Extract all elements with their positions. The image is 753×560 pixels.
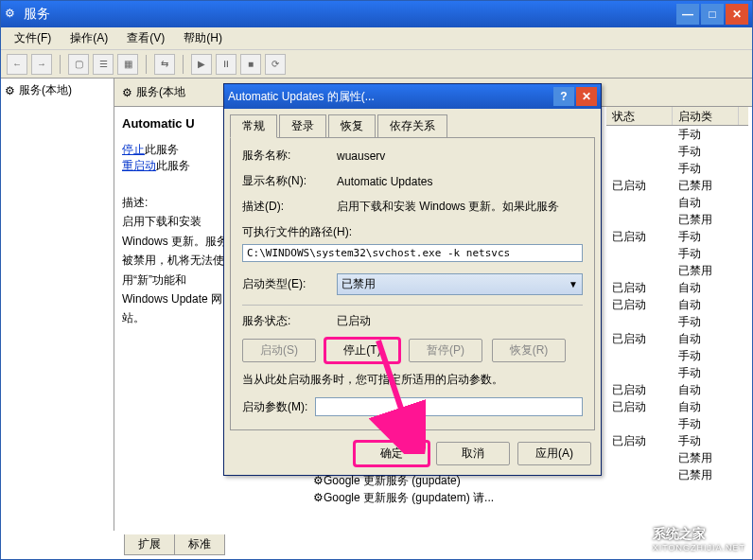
- toolbar-refresh[interactable]: ▦: [117, 54, 138, 75]
- service-control-buttons: 启动(S) 停止(T) 暂停(P) 恢复(R): [242, 339, 583, 362]
- watermark: 系统之家 XITONGZHIJIA.NET: [617, 526, 745, 552]
- menubar: 文件(F) 操作(A) 查看(V) 帮助(H): [1, 27, 752, 50]
- list-row[interactable]: 手动: [606, 415, 748, 432]
- list-row[interactable]: 已禁用: [606, 449, 748, 466]
- col-status[interactable]: 状态: [606, 107, 673, 125]
- bottom-tabs: 扩展 标准: [124, 534, 224, 555]
- list-row[interactable]: 已启动自动: [606, 279, 748, 296]
- house-icon: [617, 526, 647, 552]
- gear-icon: ⚙: [5, 84, 15, 97]
- minimize-button[interactable]: —: [676, 4, 699, 25]
- hint-text: 当从此处启动服务时，您可指定所适用的启动参数。: [242, 372, 583, 388]
- list-row[interactable]: 已启动手动: [606, 432, 748, 449]
- toolbar-forward[interactable]: →: [31, 54, 52, 75]
- pause-button[interactable]: 暂停(P): [409, 339, 482, 362]
- tree-root[interactable]: ⚙ 服务(本地): [5, 82, 110, 98]
- toolbar-play[interactable]: ▶: [191, 54, 212, 75]
- tab-recovery[interactable]: 恢复: [328, 114, 376, 137]
- separator: [60, 55, 61, 74]
- dialog-titlebar[interactable]: Automatic Updates 的属性(... ? ✕: [224, 84, 601, 109]
- toolbar-export[interactable]: ⇆: [154, 54, 175, 75]
- stop-button[interactable]: 停止(T): [325, 339, 399, 362]
- list-row[interactable]: 手动: [606, 313, 748, 330]
- stop-link[interactable]: 停止: [122, 143, 145, 156]
- service-name-heading: Automatic U: [122, 116, 230, 131]
- col-startup[interactable]: 启动类: [673, 107, 739, 125]
- watermark-cn: 系统之家: [653, 526, 745, 543]
- list-row[interactable]: ⚙Google 更新服务 (gupdatem) 请...: [313, 489, 494, 506]
- value-service-status: 已启动: [337, 313, 583, 329]
- toolbar: ← → ▢ ☰ ▦ ⇆ ▶ ⏸ ■ ⟳: [1, 50, 752, 79]
- tab-standard[interactable]: 标准: [174, 534, 225, 555]
- list-row[interactable]: 已启动已禁用: [606, 177, 748, 194]
- startup-type-select[interactable]: 已禁用 ▼: [337, 273, 583, 295]
- tab-dependencies[interactable]: 依存关系: [377, 114, 447, 137]
- list-row[interactable]: 已禁用: [606, 211, 748, 228]
- dialog-close-button[interactable]: ✕: [576, 87, 597, 106]
- ok-button[interactable]: 确定: [355, 442, 429, 465]
- restart-link[interactable]: 重启动: [122, 159, 156, 172]
- dialog-title: Automatic Updates 的属性(...: [228, 89, 553, 105]
- label-service-status: 服务状态:: [242, 313, 337, 329]
- toolbar-restart[interactable]: ⟳: [265, 54, 286, 75]
- tab-extended[interactable]: 扩展: [124, 534, 175, 555]
- tree-pane: ⚙ 服务(本地): [1, 79, 114, 531]
- tab-general[interactable]: 常规: [230, 114, 277, 138]
- properties-dialog: Automatic Updates 的属性(... ? ✕ 常规 登录 恢复 依…: [223, 83, 602, 476]
- list-row[interactable]: 已启动手动: [606, 228, 748, 245]
- chevron-down-icon: ▼: [569, 279, 578, 289]
- stop-service-line: 停止此服务: [122, 142, 230, 158]
- value-service-name: wuauserv: [337, 149, 583, 163]
- maximize-button[interactable]: □: [701, 4, 724, 25]
- toolbar-pause[interactable]: ⏸: [216, 54, 236, 75]
- list-row[interactable]: 自动: [606, 194, 748, 211]
- separator: [183, 55, 184, 74]
- list-row[interactable]: 手动: [606, 245, 748, 262]
- list-row[interactable]: 已启动自动: [606, 330, 748, 347]
- label-start-params: 启动参数(M):: [242, 399, 307, 415]
- exe-path-box[interactable]: C:\WINDOWS\system32\svchost.exe -k netsv…: [242, 244, 583, 262]
- start-button[interactable]: 启动(S): [242, 339, 316, 362]
- list-row[interactable]: 已启动自动: [606, 398, 748, 415]
- menu-help[interactable]: 帮助(H): [174, 28, 232, 48]
- label-exe-path: 可执行文件的路径(H):: [242, 224, 583, 240]
- value-description: 启用下载和安装 Windows 更新。如果此服务: [337, 199, 583, 215]
- close-button[interactable]: ✕: [726, 4, 748, 25]
- toolbar-up[interactable]: ▢: [68, 54, 89, 75]
- dialog-tabs: 常规 登录 恢复 依存关系: [230, 114, 595, 137]
- menu-file[interactable]: 文件(F): [5, 28, 61, 48]
- toolbar-stop[interactable]: ■: [240, 54, 261, 75]
- startup-type-value: 已禁用: [341, 276, 376, 292]
- label-display-name: 显示名称(N):: [242, 173, 337, 189]
- menu-action[interactable]: 操作(A): [61, 28, 117, 48]
- help-button[interactable]: ?: [553, 87, 574, 106]
- list-row[interactable]: 已启动自动: [606, 381, 748, 398]
- list-row[interactable]: 手动: [606, 143, 748, 160]
- cancel-button[interactable]: 取消: [436, 442, 510, 465]
- value-display-name: Automatic Updates: [337, 175, 583, 188]
- toolbar-back[interactable]: ←: [7, 54, 27, 75]
- service-description: 描述: 启用下载和安装 Windows 更新。服务被禁用，机将无法使用“新”功能…: [122, 193, 230, 328]
- service-info-panel: Automatic U 停止此服务 重启动此服务 描述: 启用下载和安装 Win…: [114, 107, 237, 531]
- visible-bottom-rows: ⚙Google 更新服务 (gupdate) ⚙Google 更新服务 (gup…: [313, 472, 494, 506]
- label-startup-type: 启动类型(E):: [242, 276, 337, 292]
- resume-button[interactable]: 恢复(R): [492, 339, 566, 362]
- list-row[interactable]: 已禁用: [606, 262, 748, 279]
- list-row[interactable]: 已启动自动: [606, 296, 748, 313]
- start-params-row: 启动参数(M):: [242, 397, 583, 416]
- dialog-panel: 服务名称: wuauserv 显示名称(N): Automatic Update…: [230, 137, 595, 430]
- tab-logon[interactable]: 登录: [279, 114, 326, 137]
- list-row[interactable]: 手动: [606, 347, 748, 364]
- toolbar-props[interactable]: ☰: [93, 54, 114, 75]
- restart-service-line: 重启动此服务: [122, 158, 230, 174]
- list-row[interactable]: 手动: [606, 126, 748, 143]
- list-row[interactable]: 已禁用: [606, 466, 748, 483]
- apply-button[interactable]: 应用(A): [517, 442, 591, 465]
- menu-view[interactable]: 查看(V): [117, 28, 174, 48]
- tree-root-label: 服务(本地): [19, 82, 72, 98]
- label-service-name: 服务名称:: [242, 148, 337, 164]
- list-row[interactable]: 手动: [606, 160, 748, 177]
- window-title: 服务: [24, 6, 674, 23]
- list-row[interactable]: 手动: [606, 364, 748, 381]
- main-titlebar: ⚙ 服务 — □ ✕: [1, 1, 752, 27]
